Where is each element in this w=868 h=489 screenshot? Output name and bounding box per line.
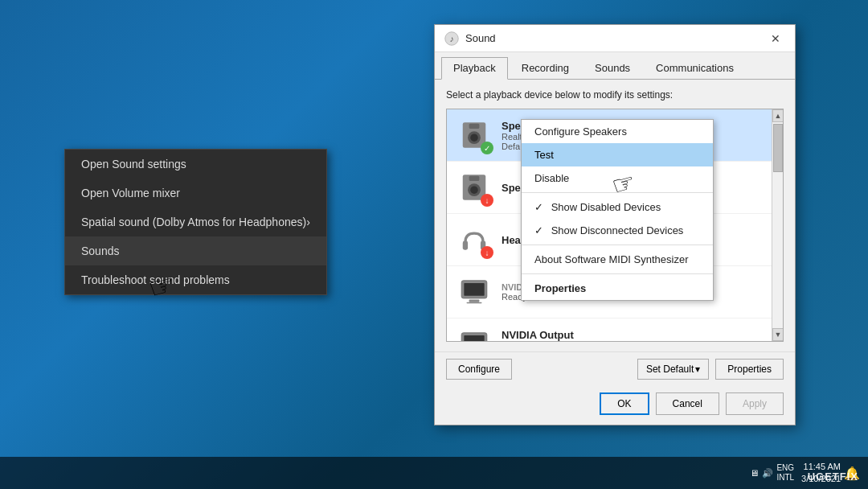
properties-button[interactable]: Properties — [715, 359, 784, 380]
svg-rect-5 — [469, 124, 480, 129]
svg-rect-9 — [469, 176, 480, 181]
rcm-separator-3 — [522, 273, 713, 274]
configure-button[interactable]: Configure — [446, 359, 512, 380]
context-menu-item-open-volume-mixer[interactable]: Open Volume mixer — [65, 179, 326, 208]
context-menu: Open Sound settings Open Volume mixer Sp… — [64, 149, 327, 295]
watermark: UGETFIX — [808, 471, 858, 483]
context-menu-item-sounds[interactable]: Sounds — [65, 236, 326, 265]
tab-recording[interactable]: Recording — [510, 57, 581, 79]
rcm-show-disconnected[interactable]: ✓ Show Disconnected Devices — [522, 219, 713, 242]
rcm-show-disabled[interactable]: ✓ Show Disabled Devices — [522, 195, 713, 219]
dialog-title-text: Sound — [465, 32, 496, 44]
device-icon-wrap-5: ↓ — [455, 325, 493, 341]
apply-button[interactable]: Apply — [726, 392, 784, 415]
rcm-properties[interactable]: Properties — [522, 277, 713, 300]
tab-communications[interactable]: Communications — [644, 57, 746, 79]
svg-text:♪: ♪ — [449, 33, 453, 43]
svg-rect-17 — [464, 335, 484, 341]
context-menu-item-spatial-sound[interactable]: Spatial sound (Dolby Atmos for Headphone… — [65, 208, 326, 236]
taskbar: 🖥 🔊 ENGINTL 11:45 AM3/10/2021 🔔 — [0, 457, 868, 489]
dialog-bottom-buttons: Configure Set Default ▾ Properties — [435, 351, 795, 386]
device-item-nvidia-output[interactable]: ↓ NVIDIA Output NVIDIA High Definition A… — [447, 318, 783, 341]
rcm-configure-speakers[interactable]: Configure Speakers — [522, 120, 713, 143]
device-name-5: NVIDIA Output — [502, 329, 775, 341]
svg-rect-10 — [463, 241, 468, 250]
svg-point-4 — [470, 134, 478, 142]
dialog-title-left: ♪ Sound — [444, 31, 496, 46]
status-badge-red-3: ↓ — [481, 246, 493, 259]
rcm-separator-2 — [522, 244, 713, 245]
monitor-icon-2 — [459, 329, 489, 341]
context-menu-item-troubleshoot[interactable]: Troubleshoot sound problems — [65, 265, 326, 294]
sound-title-icon: ♪ — [444, 31, 459, 46]
rcm-about-midi[interactable]: About Software MIDI Synthesizer — [522, 248, 713, 271]
svg-rect-14 — [469, 300, 480, 302]
device-icon-wrap-2: ↓ — [455, 168, 493, 207]
device-icon-wrap-3: ↓ — [455, 220, 493, 259]
device-desc-5: NVIDIA High Definition Audio — [502, 341, 775, 342]
dialog-instruction: Select a playback device below to modify… — [446, 89, 784, 101]
scrollbar-down-button[interactable]: ▼ — [772, 328, 784, 341]
context-menu-item-open-sound-settings[interactable]: Open Sound settings — [65, 150, 326, 179]
taskbar-lang: ENGINTL — [776, 463, 794, 483]
taskbar-monitor-icon: 🖥 — [750, 468, 759, 478]
dialog-titlebar: ♪ Sound ✕ — [435, 25, 795, 52]
status-badge-red-2: ↓ — [481, 194, 493, 207]
desktop: Open Sound settings Open Volume mixer Sp… — [0, 0, 868, 489]
svg-point-8 — [470, 186, 478, 194]
taskbar-volume-icon[interactable]: 🔊 — [762, 468, 773, 479]
rcm-test[interactable]: Test — [522, 143, 713, 166]
device-icon-wrap-1: ✓ — [455, 116, 493, 154]
set-default-arrow-icon[interactable]: ▾ — [695, 364, 700, 375]
ok-button[interactable]: OK — [600, 392, 649, 415]
svg-rect-15 — [467, 302, 482, 304]
status-badge-green-1: ✓ — [481, 142, 493, 154]
device-icon-wrap-4 — [455, 273, 493, 311]
cancel-button[interactable]: Cancel — [656, 392, 719, 415]
svg-rect-13 — [464, 283, 484, 296]
set-default-button[interactable]: Set Default ▾ — [637, 359, 709, 380]
rcm-check-disconnected: ✓ — [534, 224, 543, 236]
submenu-arrow-icon: › — [306, 216, 310, 228]
dialog-tabs: Playback Recording Sounds Communications — [435, 52, 795, 80]
rcm-disable[interactable]: Disable — [522, 166, 713, 190]
scrollbar-thumb[interactable] — [773, 124, 783, 172]
tab-playback[interactable]: Playback — [441, 57, 508, 80]
tab-sounds[interactable]: Sounds — [583, 57, 642, 79]
scrollbar-up-button[interactable]: ▲ — [772, 109, 784, 122]
rcm-separator-1 — [522, 192, 713, 193]
rcm-check-disabled: ✓ — [534, 201, 543, 213]
device-info-5: NVIDIA Output NVIDIA High Definition Aud… — [502, 329, 775, 342]
dialog-actions: OK Cancel Apply — [435, 386, 795, 425]
dialog-close-button[interactable]: ✕ — [766, 29, 785, 48]
device-list-scrollbar[interactable]: ▲ ▼ — [772, 109, 783, 341]
monitor-icon-1 — [459, 277, 489, 307]
right-click-menu: Configure Speakers Test Disable ✓ Show D… — [521, 119, 714, 301]
